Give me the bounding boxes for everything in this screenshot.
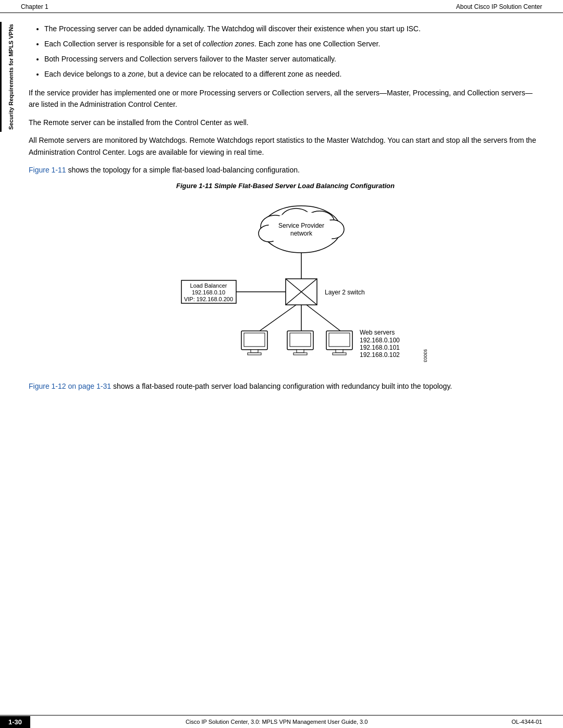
service-provider-label2: network	[290, 230, 312, 237]
web-servers-label: Web servers	[360, 329, 395, 336]
bullet-text-1: The Processing server can be added dynam…	[44, 24, 421, 33]
main-content: The Processing server can be added dynam…	[29, 13, 542, 440]
bullet-text-4a: Each device belongs to a	[44, 70, 128, 78]
load-balancer-label: Load Balancer	[190, 282, 227, 289]
footer-center: Cisco IP Solution Center, 3.0: MPLS VPN …	[42, 719, 511, 725]
page-footer: 1-30 Cisco IP Solution Center, 3.0: MPLS…	[0, 715, 563, 728]
header-title: About Cisco IP Solution Center	[456, 3, 542, 10]
load-balancer-ip: 192.168.0.10	[191, 289, 225, 295]
svg-rect-18	[251, 350, 258, 353]
svg-rect-26	[336, 350, 343, 353]
web-server-ip2: 192.168.0.101	[360, 344, 400, 351]
figure-12-link[interactable]: Figure 1-12 on page 1-31	[29, 382, 111, 390]
bullet-list: The Processing server can be added dynam…	[44, 23, 542, 80]
bullet-text-4b: , but a device can be relocated to a dif…	[144, 70, 342, 78]
svg-rect-17	[244, 333, 265, 347]
diagram-svg: Service Provider network Layer 2 switch …	[140, 198, 432, 370]
bullet-italic-4: zone	[128, 70, 143, 78]
body-paragraph-1: If the service provider has implemented …	[29, 87, 542, 110]
figure-ref-paragraph: Figure 1-11 shows the topology for a sim…	[29, 164, 542, 176]
diagram-id: 93003	[423, 349, 428, 362]
sidebar-section-label: Security Requirements for MPLS VPNs	[0, 22, 20, 132]
computer-icon-2	[287, 331, 313, 355]
svg-rect-19	[248, 353, 261, 355]
body-paragraph-2: The Remote server can be installed from …	[29, 117, 542, 128]
figure-ref-text: shows the topology for a simple flat-bas…	[66, 166, 300, 174]
svg-line-15	[307, 305, 340, 331]
header-chapter: Chapter 1	[21, 3, 48, 10]
svg-rect-25	[329, 333, 350, 347]
figure-12-paragraph: Figure 1-12 on page 1-31 shows a flat-ba…	[29, 380, 542, 392]
list-item: Each device belongs to a zone, but a dev…	[44, 69, 542, 80]
computer-icon-1	[241, 331, 267, 355]
list-item: The Processing server can be added dynam…	[44, 23, 542, 34]
web-server-ip1: 192.168.0.100	[360, 337, 400, 344]
computer-icon-3	[326, 331, 352, 355]
svg-rect-21	[290, 333, 311, 347]
load-balancer-vip: VIP: 192.168.0.200	[183, 296, 232, 302]
page-number: 1-30	[0, 716, 30, 728]
layer2-switch-label: Layer 2 switch	[325, 289, 365, 296]
service-provider-label: Service Provider	[278, 222, 324, 229]
list-item: Each Collection server is responsible fo…	[44, 39, 542, 50]
figure-11-link[interactable]: Figure 1-11	[29, 166, 66, 174]
bullet-text-2b: . Each zone has one Collection Server.	[254, 40, 380, 48]
figure-caption: Figure 1-11 Simple Flat-Based Server Loa…	[29, 182, 542, 190]
body-paragraph-3: All Remote servers are monitored by Watc…	[29, 134, 542, 158]
list-item: Both Processing servers and Collection s…	[44, 54, 542, 65]
bullet-text-3: Both Processing servers and Collection s…	[44, 55, 336, 63]
svg-rect-27	[333, 353, 346, 355]
svg-rect-22	[297, 350, 304, 353]
svg-line-13	[260, 305, 296, 331]
bullet-text-2a: Each Collection server is responsible fo…	[44, 40, 202, 48]
svg-rect-23	[293, 353, 307, 355]
footer-right: OL-4344-01	[511, 719, 542, 725]
bullet-italic-2: collection zones	[202, 40, 254, 48]
figure-12-text: shows a flat-based route-path server loa…	[111, 382, 452, 390]
page-header: Chapter 1 About Cisco IP Solution Center	[0, 0, 563, 13]
figure-diagram: Service Provider network Layer 2 switch …	[29, 198, 542, 370]
web-server-ip3: 192.168.0.102	[360, 351, 400, 359]
